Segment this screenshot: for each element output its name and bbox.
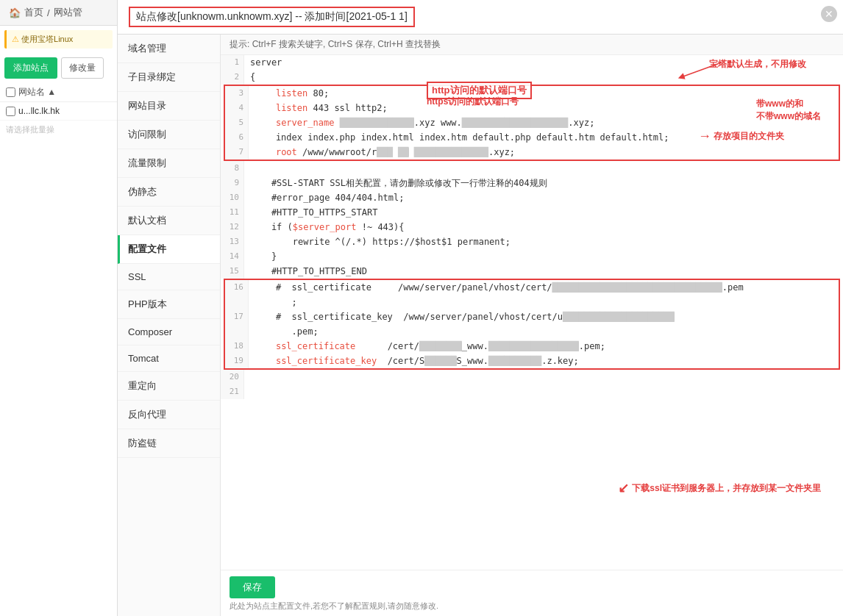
main-content: 域名管理 子目录绑定 网站目录 访问限制 流量限制 伪静态 默认文档 配置文件 …: [118, 35, 843, 616]
bulk-select-placeholder: 请选择批量操: [0, 121, 117, 139]
website-checkbox-1[interactable]: [6, 107, 15, 116]
config-content: 提示: Ctrl+F 搜索关键字, Ctrl+S 保存, Ctrl+H 查找替换…: [221, 35, 843, 616]
sidenav-default[interactable]: 默认文档: [118, 207, 220, 235]
website-name-1: u...llc.lk.hk: [18, 106, 60, 116]
code-line-2: 2 {: [221, 70, 843, 85]
modify-button[interactable]: 修改量: [61, 57, 104, 79]
right-panel: ✕ 站点修改[unknowm.unknowm.xyz] -- 添加时间[2021…: [118, 0, 843, 616]
code-line-9: 9 #SSL-START SSL相关配置，请勿删除或修改下一行带注释的404规则: [221, 176, 843, 190]
modal-title-text: 站点修改[unknowm.unknowm.xyz] -- 添加时间[2021-0…: [129, 7, 415, 27]
website-list-header: 网站名 ▲: [0, 83, 117, 102]
sidenav-domain[interactable]: 域名管理: [118, 35, 220, 63]
sidenav-subdir[interactable]: 子目录绑定: [118, 63, 220, 92]
select-all-checkbox[interactable]: [6, 87, 15, 97]
code-line-7: 7 root /www/wwwroot/r███ ██ ████████████…: [225, 145, 839, 160]
code-line-17b: .pem;: [225, 324, 839, 339]
sidenav-redirect[interactable]: 重定向: [118, 372, 220, 401]
footer: 保存 此处为站点主配置文件,若您不了解配置规则,请勿随意修改.: [221, 570, 843, 616]
code-line-19: 19 ssl_certificate_key /cert/S██████S_ww…: [225, 354, 839, 368]
hint-bar: 提示: Ctrl+F 搜索关键字, Ctrl+S 保存, Ctrl+H 查找替换: [221, 35, 843, 55]
code-line-5: 5 server_name ██████████████.xyz www.███…: [225, 115, 839, 130]
sidenav-tomcat[interactable]: Tomcat: [118, 345, 220, 372]
code-line-16b: ;: [225, 295, 839, 309]
code-line-4: 4 listen 443 ssl http2;: [225, 101, 839, 115]
warning-icon: ⚠: [12, 35, 19, 43]
code-editor[interactable]: 1 server 2 { 3 listen 80;: [221, 55, 843, 570]
breadcrumb-sep1: /: [47, 7, 50, 18]
close-button[interactable]: ✕: [821, 6, 837, 22]
sidenav-php[interactable]: PHP版本: [118, 290, 220, 319]
sidenav-composer[interactable]: Composer: [118, 319, 220, 345]
code-line-13: 13 rewrite ^(/.*) https://$host$1 perman…: [221, 234, 843, 249]
sidenav-fake[interactable]: 伪静态: [118, 178, 220, 207]
code-line-6: 6 index index.php index.html index.htm d…: [225, 130, 839, 145]
code-line-11: 11 #HTTP_TO_HTTPS_START: [221, 205, 843, 220]
breadcrumb: 🏠 首页 / 网站管: [0, 0, 117, 26]
add-site-button[interactable]: 添加站点: [4, 57, 57, 79]
code-line-10: 10 #error_page 404/404.html;: [221, 190, 843, 205]
side-navigation: 域名管理 子目录绑定 网站目录 访问限制 流量限制 伪静态 默认文档 配置文件 …: [118, 35, 221, 616]
website-name-column: 网站名 ▲: [18, 86, 56, 99]
sidenav-proxy[interactable]: 反向代理: [118, 401, 220, 429]
sidenav-config[interactable]: 配置文件: [118, 235, 220, 264]
sidenav-hotlink[interactable]: 防盗链: [118, 429, 220, 458]
sidenav-access[interactable]: 访问限制: [118, 121, 220, 149]
sidebar-actions: 添加站点 修改量: [0, 53, 117, 83]
sidebar-notice: ⚠ 使用宝塔Linux: [4, 30, 113, 49]
code-line-1: 1 server: [221, 55, 843, 70]
left-sidebar: 🏠 首页 / 网站管 ⚠ 使用宝塔Linux 添加站点 修改量 网站名 ▲ u.…: [0, 0, 118, 616]
code-line-15: 15 #HTTP_TO_HTTPS_END: [221, 264, 843, 279]
sidenav-traffic[interactable]: 流量限制: [118, 149, 220, 178]
modal-title-bar: 站点修改[unknowm.unknowm.xyz] -- 添加时间[2021-0…: [118, 0, 843, 35]
code-line-16a: 16 # ssl_certificate /www/server/panel/v…: [225, 280, 839, 295]
home-icon: 🏠: [9, 7, 21, 18]
website-row-1[interactable]: u...llc.lk.hk: [0, 102, 117, 121]
app-container: 🏠 首页 / 网站管 ⚠ 使用宝塔Linux 添加站点 修改量 网站名 ▲ u.…: [0, 0, 843, 616]
sidenav-ssl[interactable]: SSL: [118, 264, 220, 290]
breadcrumb-home: 首页: [24, 6, 43, 19]
code-line-14: 14 }: [221, 249, 843, 264]
editor-wrapper: 1 server 2 { 3 listen 80;: [221, 55, 843, 570]
footer-hint: 此处为站点主配置文件,若您不了解配置规则,请勿随意修改.: [230, 601, 834, 612]
code-block-3-7: 3 listen 80; 4 listen 443 ssl http2; 5 s…: [224, 85, 840, 161]
code-block-16-19: 16 # ssl_certificate /www/server/panel/v…: [224, 279, 840, 370]
breadcrumb-websites: 网站管: [54, 6, 82, 19]
code-line-21: 21: [221, 384, 843, 399]
code-line-17: 17 # ssl_certificate_key /www/server/pan…: [225, 309, 839, 324]
code-line-3: 3 listen 80;: [225, 86, 839, 101]
code-line-18: 18 ssl_certificate /cert/████████_www.██…: [225, 339, 839, 354]
save-button[interactable]: 保存: [230, 576, 275, 598]
sidenav-webdir[interactable]: 网站目录: [118, 92, 220, 121]
code-line-12: 12 if ($server_port !~ 443){: [221, 220, 843, 234]
code-line-8: 8: [221, 161, 843, 176]
code-line-20: 20: [221, 370, 843, 384]
